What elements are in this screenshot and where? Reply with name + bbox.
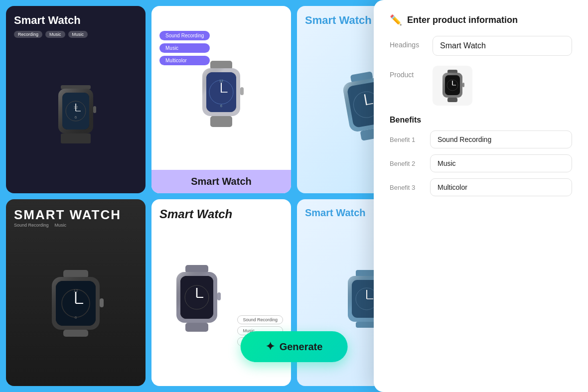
card-5-title: SMART WATCH bbox=[14, 207, 138, 223]
svg-rect-78 bbox=[462, 83, 464, 87]
card-1-title: Smart Watch bbox=[14, 14, 138, 27]
benefit-2-label: Benefit 2 bbox=[390, 160, 422, 167]
card-2-title: Smart Watch bbox=[157, 176, 285, 187]
svg-text:12: 12 bbox=[74, 288, 78, 293]
svg-rect-0 bbox=[61, 85, 91, 89]
product-panel: ✏️ Enter product information Headings Pr… bbox=[374, 0, 588, 392]
svg-text:6: 6 bbox=[220, 104, 222, 108]
svg-rect-60 bbox=[185, 323, 208, 332]
product-image bbox=[438, 68, 467, 103]
benefit-1-row: Benefit 1 bbox=[390, 131, 572, 148]
panel-title: Enter product information bbox=[407, 15, 518, 25]
tag-music: Music bbox=[159, 43, 210, 53]
svg-rect-50 bbox=[63, 330, 88, 337]
svg-text:6: 6 bbox=[75, 315, 77, 320]
generate-label: Generate bbox=[280, 341, 323, 353]
benefit-3-input[interactable] bbox=[430, 178, 572, 196]
card-2-tags: Sound Recording Music Multicolor bbox=[159, 31, 210, 65]
watch-icon-dark2: 12 6 bbox=[36, 268, 116, 338]
benefits-section: Benefits Benefit 1 Benefit 2 Benefit 3 bbox=[390, 116, 572, 202]
svg-rect-22 bbox=[210, 116, 232, 127]
watch-icon-purple: 12 6 bbox=[191, 58, 251, 133]
watch-icon-dark: 12 6 bbox=[48, 81, 103, 146]
svg-rect-61 bbox=[217, 292, 221, 300]
tag-multi: Multicolor bbox=[159, 56, 210, 65]
svg-rect-51 bbox=[100, 298, 104, 307]
benefit-3-label: Benefit 3 bbox=[390, 184, 422, 191]
svg-text:12: 12 bbox=[219, 79, 223, 83]
card-5-watch: 12 6 bbox=[14, 228, 138, 379]
headings-input[interactable] bbox=[433, 36, 572, 56]
benefit-3-row: Benefit 3 bbox=[390, 178, 572, 196]
svg-rect-77 bbox=[447, 98, 457, 102]
benefit-1-label: Benefit 1 bbox=[390, 136, 422, 143]
headings-label: Headings bbox=[390, 36, 425, 49]
benefit-2-row: Benefit 2 bbox=[390, 154, 572, 172]
product-label: Product bbox=[390, 66, 425, 79]
card-1-tags: Recording Music Music bbox=[14, 31, 138, 38]
tag-1: Recording bbox=[14, 31, 42, 38]
svg-rect-10 bbox=[61, 133, 91, 143]
panel-header: ✏️ Enter product information bbox=[390, 14, 572, 26]
card-6-tag-1: Sound Recording bbox=[237, 315, 283, 324]
benefits-title: Benefits bbox=[390, 116, 572, 125]
headings-row: Headings bbox=[390, 36, 572, 56]
card-6-title: Smart Watch bbox=[159, 207, 283, 221]
card-dark-bottom: SMART WATCH Sound Recording Music 12 6 bbox=[6, 199, 146, 387]
tag-sound: Sound Recording bbox=[159, 31, 210, 40]
card-purple: Sound Recording Music Multicolor 12 6 bbox=[151, 6, 291, 193]
generate-button[interactable]: ✦ Generate bbox=[241, 331, 348, 362]
svg-text:6: 6 bbox=[75, 115, 77, 120]
card-5-tag-2: Music bbox=[55, 223, 67, 228]
tag-2: Music bbox=[45, 31, 65, 38]
sparkle-icon: ✦ bbox=[266, 340, 275, 353]
benefit-1-input[interactable] bbox=[430, 131, 572, 148]
card-5-subtitle: Sound Recording Music bbox=[14, 223, 138, 228]
tag-3: Music bbox=[68, 31, 88, 38]
card-2-footer: Smart Watch bbox=[151, 170, 291, 193]
card-1-watch: 12 6 bbox=[14, 42, 138, 185]
benefit-2-input[interactable] bbox=[430, 154, 572, 172]
product-thumbnail[interactable] bbox=[433, 66, 472, 106]
svg-rect-23 bbox=[240, 87, 244, 95]
card-5-tag-1: Sound Recording bbox=[14, 223, 49, 228]
svg-rect-52 bbox=[185, 265, 208, 273]
svg-rect-11 bbox=[93, 106, 96, 113]
watch-icon-italic bbox=[164, 262, 229, 337]
edit-icon: ✏️ bbox=[390, 14, 402, 26]
card-dark: Smart Watch Recording Music Music 12 6 bbox=[6, 6, 146, 193]
svg-rect-40 bbox=[63, 270, 88, 278]
product-row: Product bbox=[390, 66, 572, 106]
